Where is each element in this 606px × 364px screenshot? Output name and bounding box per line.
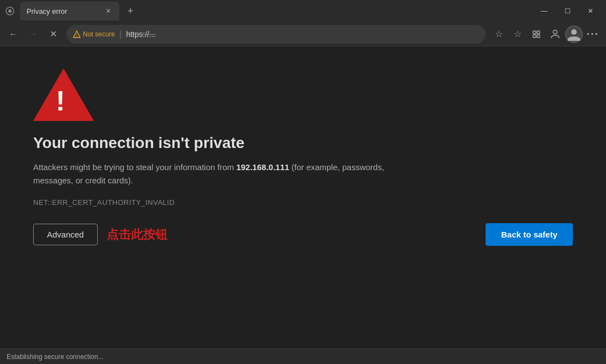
main-content: Your connection isn't private Attackers … [0, 46, 606, 349]
forward-button[interactable]: → [24, 25, 42, 43]
chinese-hint-text: 点击此按钮 [107, 226, 167, 243]
svg-rect-7 [537, 35, 540, 38]
minimize-button[interactable]: — [533, 3, 555, 19]
favorites-button[interactable]: ☆ [509, 25, 526, 43]
address-separator: | [119, 29, 122, 39]
more-button[interactable]: ··· [584, 25, 602, 43]
svg-rect-6 [533, 35, 536, 38]
address-bar[interactable]: ! Not secure | https://... [66, 25, 486, 44]
avatar-image [566, 27, 582, 42]
titlebar: Privacy error ✕ + — ☐ ✕ [0, 0, 606, 22]
close-button[interactable]: ✕ [579, 3, 602, 19]
address-url: https://... [126, 30, 156, 39]
maximize-button[interactable]: ☐ [556, 3, 578, 19]
svg-point-10 [571, 29, 577, 35]
toolbar: ← → ✕ ! Not secure | https://... ☆ ☆ [0, 22, 606, 46]
profile-button-icon[interactable] [546, 25, 564, 43]
back-button[interactable]: ← [4, 25, 22, 43]
not-secure-label: Not secure [83, 30, 115, 38]
action-row: Advanced 点击此按钮 Back to safety [33, 223, 573, 246]
svg-point-1 [8, 9, 12, 13]
statusbar-text: Establishing secure connection... [7, 353, 103, 361]
svg-rect-5 [537, 31, 540, 34]
reload-close-button[interactable]: ✕ [44, 25, 62, 43]
error-description-prefix: Attackers might be trying to steal your … [33, 162, 236, 172]
person-icon [550, 29, 561, 40]
error-title: Your connection isn't private [33, 134, 573, 152]
toolbar-icons: ☆ ☆ ··· [490, 25, 602, 43]
tab-title: Privacy error [27, 7, 99, 15]
collections-button[interactable] [528, 25, 545, 43]
svg-point-8 [554, 30, 557, 34]
statusbar: Establishing secure connection... [0, 349, 606, 364]
not-secure-badge: ! Not secure [73, 30, 115, 38]
error-code: NET::ERR_CERT_AUTHORITY_INVALID [33, 198, 573, 207]
advanced-button[interactable]: Advanced [33, 224, 98, 245]
svg-rect-4 [533, 31, 536, 34]
window-controls: — ☐ ✕ [533, 3, 602, 19]
back-to-safety-button[interactable]: Back to safety [486, 223, 573, 246]
warning-icon-large [33, 68, 573, 123]
warning-icon: ! [73, 30, 81, 38]
add-favorite-button[interactable]: ☆ [490, 25, 508, 43]
tab-close-button[interactable]: ✕ [104, 7, 113, 15]
collections-icon [531, 29, 541, 39]
svg-text:!: ! [76, 33, 77, 38]
active-tab[interactable]: Privacy error ✕ [20, 2, 119, 20]
error-host: 192.168.0.111 [236, 162, 289, 172]
left-actions: Advanced 点击此按钮 [33, 224, 167, 245]
new-tab-button[interactable]: + [122, 2, 139, 20]
browser-icon [4, 6, 15, 17]
error-description: Attackers might be trying to steal your … [33, 161, 409, 187]
profile-avatar[interactable] [565, 25, 583, 43]
